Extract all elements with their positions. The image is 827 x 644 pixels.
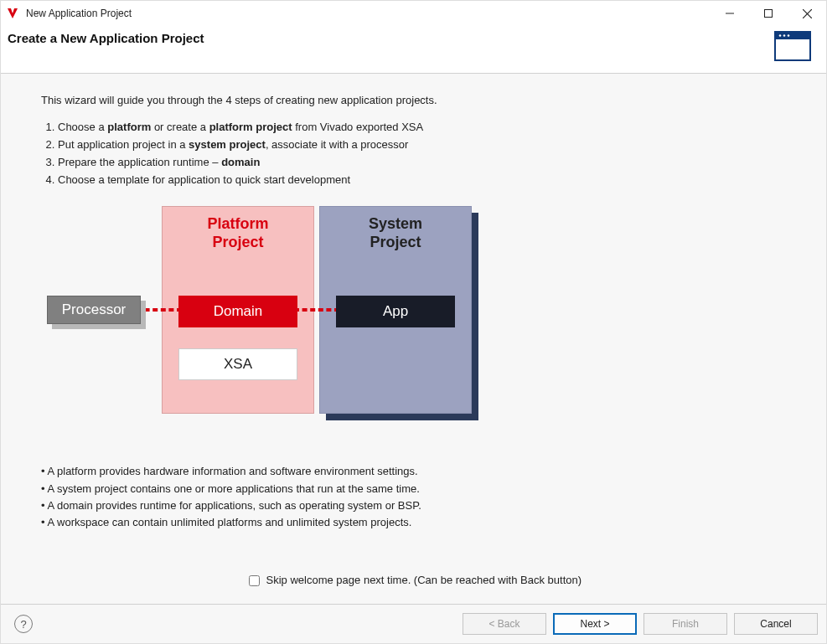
wizard-header: Create a New Application Project [1, 26, 826, 74]
app-box: App [336, 296, 455, 327]
svg-rect-1 [765, 10, 773, 18]
svg-point-7 [783, 34, 786, 37]
app-logo-icon [6, 7, 19, 20]
wizard-window: New Application Project Create a New App… [0, 0, 827, 644]
window-buttons [711, 1, 826, 26]
svg-line-3 [803, 9, 812, 18]
bullet-system: A system project contains one or more ap… [41, 481, 786, 497]
architecture-diagram: PlatformProject SystemProject Processor … [43, 206, 495, 420]
next-button[interactable]: Next > [553, 613, 637, 635]
platform-project-title: PlatformProject [207, 215, 268, 251]
xsa-box: XSA [178, 348, 297, 380]
connector-domain-app [294, 308, 339, 312]
wizard-banner-icon [773, 29, 813, 63]
close-button[interactable] [788, 1, 826, 26]
page-title: Create a New Application Project [8, 31, 204, 45]
minimize-button[interactable] [711, 1, 749, 26]
step-4: Choose a template for application to qui… [58, 173, 786, 188]
bullet-domain: A domain provides runtime for applicatio… [41, 497, 786, 514]
wizard-footer: ? < Back Next > Finish Cancel [1, 604, 826, 643]
step-1: Choose a platform or create a platform p… [58, 120, 786, 136]
bullet-workspace: A workspace can contain unlimited platfo… [41, 514, 786, 531]
step-3: Prepare the application runtime – domain [58, 155, 786, 171]
skip-welcome-label[interactable]: Skip welcome page next time. (Can be rea… [246, 574, 581, 586]
window-title: New Application Project [26, 8, 711, 19]
svg-point-8 [788, 34, 790, 37]
intro-text: This wizard will guide you through the 4… [41, 94, 786, 106]
step-2: Put application project in a system proj… [58, 137, 786, 153]
skip-row: Skip welcome page next time. (Can be rea… [41, 561, 786, 597]
skip-welcome-checkbox[interactable] [249, 575, 260, 586]
title-bar: New Application Project [1, 1, 826, 26]
svg-line-2 [803, 9, 812, 18]
steps-list: Choose a platform or create a platform p… [41, 118, 786, 189]
wizard-body: This wizard will guide you through the 4… [1, 74, 826, 604]
help-icon[interactable]: ? [14, 615, 33, 633]
system-project-title: SystemProject [369, 215, 422, 251]
bullet-platform: A platform provides hardware information… [41, 463, 786, 480]
skip-welcome-text: Skip welcome page next time. (Can be rea… [266, 574, 581, 586]
svg-point-6 [779, 34, 782, 37]
info-bullets: A platform provides hardware information… [41, 463, 786, 531]
finish-button[interactable]: Finish [644, 613, 727, 635]
domain-box: Domain [178, 296, 297, 327]
cancel-button[interactable]: Cancel [734, 613, 818, 635]
processor-box: Processor [47, 296, 141, 324]
maximize-button[interactable] [749, 1, 788, 26]
back-button[interactable]: < Back [463, 613, 546, 635]
